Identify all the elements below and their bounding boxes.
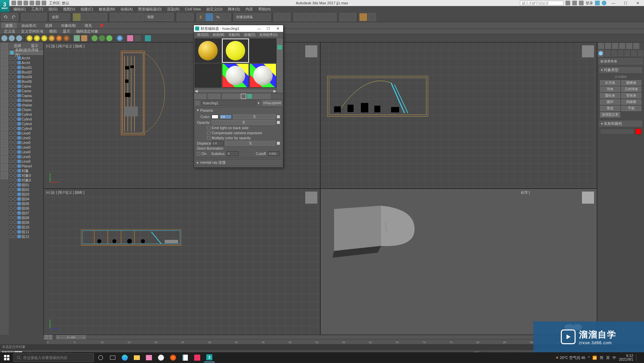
scene-item[interactable]: 组01	[9, 183, 43, 187]
mat-menu-util[interactable]: 实用程序(U)	[257, 32, 279, 38]
named-selection-combo[interactable]: 创建选择集	[234, 13, 271, 21]
task-edge[interactable]	[119, 353, 130, 362]
app-logo[interactable]: 3MAX	[0, 0, 9, 12]
btn-torus[interactable]: 圆环	[600, 99, 620, 105]
mat-tb-6[interactable]	[229, 94, 234, 99]
se-tool-12[interactable]	[1, 132, 8, 139]
select-name-button[interactable]	[82, 13, 90, 21]
scene-item[interactable]: Line0	[9, 154, 43, 159]
menu-help[interactable]: 帮助(H)	[256, 6, 273, 12]
mat-slot-6[interactable]	[250, 63, 276, 88]
mat-menu-opt[interactable]: 选项(O)	[242, 32, 257, 38]
comp-exp-checkbox[interactable]	[207, 131, 210, 135]
mat-slot-2[interactable]	[222, 39, 249, 63]
toggle-ribbon-button[interactable]	[302, 13, 310, 21]
scene-item[interactable]: 组11	[9, 229, 43, 234]
se-tool-16[interactable]	[1, 164, 8, 171]
qat-undo-icon[interactable]	[30, 1, 34, 5]
camera-icon[interactable]	[135, 35, 141, 41]
rollout-mentalray-header[interactable]: ▸mental ray 连接	[195, 159, 282, 166]
mat-tb-2[interactable]	[201, 94, 206, 99]
color-multiplier-input[interactable]: 2.6	[220, 114, 232, 119]
mat-tb-10[interactable]	[253, 94, 258, 99]
mat-side-2[interactable]	[277, 45, 282, 50]
scene-item[interactable]: Line0	[9, 159, 43, 164]
menu-tools[interactable]: 工具(T)	[29, 6, 46, 12]
scene-item[interactable]: Planel	[9, 164, 43, 168]
mat-tb-3[interactable]	[209, 94, 214, 99]
viewcube-top[interactable]	[305, 45, 317, 57]
scene-explorer-list[interactable]: ArchIArchIBox01Box02Box04Box05CameCameCa…	[9, 56, 43, 335]
ribbon-tab-modeling[interactable]: 建模	[1, 22, 17, 29]
taskbar-search[interactable]: 在这里输入你要搜索的内容	[13, 353, 94, 362]
light2-icon[interactable]	[34, 35, 40, 41]
plant1-icon[interactable]	[92, 35, 98, 41]
cp-tab-cameras[interactable]	[618, 50, 624, 57]
se-tool-4[interactable]	[1, 67, 8, 74]
ribbon-tab-populate[interactable]: 填充	[80, 22, 96, 29]
scene-item[interactable]: Box02	[9, 70, 43, 74]
scene-item[interactable]: 组09	[9, 220, 43, 225]
task-firefox[interactable]	[168, 353, 178, 362]
pick-material-icon[interactable]	[195, 101, 200, 105]
redo-button[interactable]	[10, 13, 18, 21]
scene-item[interactable]: Box01	[9, 65, 43, 70]
se-tool-14[interactable]	[1, 148, 8, 155]
render-setup-button[interactable]	[339, 13, 347, 21]
menu-script[interactable]: 脚本(S)	[225, 6, 243, 12]
scene-item[interactable]: 对象0	[9, 178, 43, 183]
layer-explorer-button[interactable]	[293, 13, 302, 21]
task-cortana[interactable]	[95, 353, 106, 362]
scene-item[interactable]: Box05	[9, 79, 43, 84]
viewport-left[interactable]: [+] [左 ] [用户定义 ] [线框 ]	[44, 189, 320, 335]
task-notes[interactable]	[180, 353, 191, 362]
qat-redo-icon[interactable]	[36, 1, 40, 5]
time-next-button[interactable]: >	[82, 335, 86, 339]
displace-map-checkbox[interactable]	[277, 142, 280, 145]
mat-slot-3[interactable]	[250, 39, 276, 63]
mat-close-button[interactable]: ✕	[274, 26, 282, 31]
cp-icon-2[interactable]	[605, 43, 611, 49]
menu-customize[interactable]: 自定义(U)	[204, 6, 225, 12]
login-link[interactable]: 登录	[586, 1, 593, 6]
mat-side-4[interactable]	[277, 57, 282, 62]
viewcube-persp[interactable]	[582, 192, 594, 204]
tray-lang[interactable]: 中	[612, 355, 616, 360]
qat-open-icon[interactable]	[17, 1, 22, 5]
material-editor-button[interactable]	[328, 13, 336, 21]
time-slider-handle[interactable]: 0 / 100	[61, 335, 81, 339]
cp-icon-5[interactable]	[626, 43, 632, 49]
select-rect-button[interactable]	[90, 13, 98, 21]
menu-view[interactable]: 视图(V)	[60, 6, 78, 12]
mat-slot-1[interactable]	[195, 39, 221, 63]
scene-item[interactable]: Line0	[9, 150, 43, 154]
mat-side-6[interactable]	[277, 69, 282, 74]
scene-item[interactable]: 组08	[9, 215, 43, 220]
menu-create[interactable]: 创建(C)	[78, 6, 96, 12]
material-type-button[interactable]: VRayLightMtl	[262, 100, 282, 106]
btn-cylinder[interactable]: 圆柱体	[600, 93, 620, 98]
ribbon-tab-paint[interactable]: 对象绘制	[57, 22, 80, 29]
scene-item[interactable]: 组03	[9, 192, 43, 197]
keyboard-shortcut-button[interactable]	[185, 13, 194, 21]
link-button[interactable]	[21, 13, 29, 21]
menu-group[interactable]: 组(G)	[46, 6, 60, 12]
btn-box[interactable]: 长方体	[600, 80, 620, 86]
plant3-icon[interactable]	[106, 35, 112, 41]
rollout-name-color[interactable]: ▾ 名称和颜色	[599, 120, 643, 127]
snap-2d-button[interactable]: 2	[197, 13, 205, 21]
qat-new-icon[interactable]	[11, 1, 16, 5]
emit-back-checkbox[interactable]	[207, 126, 210, 129]
scene-item[interactable]: Line0	[9, 136, 43, 140]
align-button[interactable]	[282, 13, 290, 21]
mat-slot-scrollbar[interactable]: ◀▶	[194, 89, 277, 93]
rotate-button[interactable]	[119, 13, 127, 21]
btn-pyramid[interactable]: 四棱锥	[621, 99, 641, 105]
tray-notifications[interactable]	[636, 354, 641, 361]
scene-item[interactable]: Cham	[9, 107, 43, 112]
mat-side-8[interactable]	[277, 81, 282, 86]
cp-icon-4[interactable]	[619, 43, 625, 49]
infocenter-icon[interactable]	[566, 1, 570, 5]
scene-item[interactable]: 组04	[9, 197, 43, 201]
schematic-button[interactable]	[320, 13, 328, 21]
